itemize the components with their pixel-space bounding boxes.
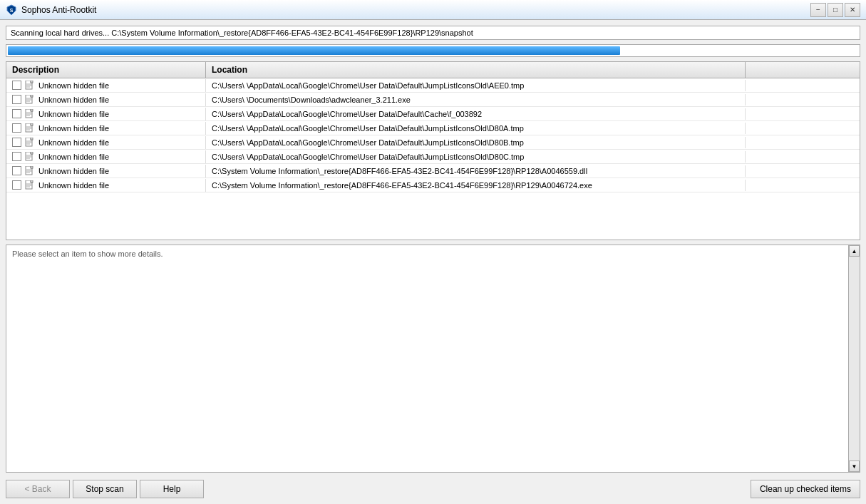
description-text: Unknown hidden file	[38, 153, 109, 161]
row-checkbox[interactable]	[12, 138, 21, 147]
table-cell-location: C:\Users\ \AppData\Local\Google\Chrome\U…	[206, 108, 746, 120]
results-area: Description Location Unknown hidden file…	[6, 61, 860, 240]
table-cell-description: Unknown hidden file	[6, 79, 206, 92]
title-bar: S Sophos Anti-Rootkit − □ ✕	[0, 0, 866, 20]
table-row[interactable]: Unknown hidden fileC:\Users\ \Documents\…	[6, 93, 860, 107]
minimize-button[interactable]: −	[810, 3, 826, 17]
description-text: Unknown hidden file	[38, 181, 109, 190]
btn-group-left: < Back Stop scan Help	[6, 480, 204, 498]
table-cell-extra	[746, 127, 860, 130]
table-cell-extra	[746, 98, 860, 101]
progress-container	[6, 44, 860, 57]
col-header-location: Location	[206, 62, 746, 78]
scroll-track	[849, 257, 860, 461]
table-cell-location: C:\Users\ \AppData\Local\Google\Chrome\U…	[206, 137, 746, 148]
details-placeholder: Please select an item to show more detai…	[12, 250, 163, 258]
svg-text:S: S	[10, 8, 14, 13]
description-text: Unknown hidden file	[38, 81, 109, 90]
row-checkbox[interactable]	[12, 180, 21, 190]
table-body: Unknown hidden fileC:\Users\ \AppData\Lo…	[6, 78, 860, 240]
svg-rect-46	[31, 180, 33, 182]
details-scrollbar: ▲ ▼	[848, 245, 860, 472]
table-row[interactable]: Unknown hidden fileC:\Users\ \AppData\Lo…	[6, 150, 860, 164]
table-row[interactable]: Unknown hidden fileC:\Users\ \AppData\Lo…	[6, 121, 860, 135]
file-icon	[24, 180, 36, 190]
table-cell-description: Unknown hidden file	[6, 108, 206, 120]
table-header: Description Location	[6, 62, 860, 78]
table-cell-extra	[746, 170, 860, 173]
svg-rect-34	[31, 152, 33, 154]
status-text: Scanning local hard drives... C:\System …	[11, 29, 473, 37]
file-icon	[24, 81, 36, 91]
cleanup-button[interactable]: Clean up checked items	[751, 480, 860, 498]
row-checkbox[interactable]	[12, 81, 21, 90]
title-bar-left: S Sophos Anti-Rootkit	[6, 4, 96, 16]
file-icon	[24, 95, 36, 105]
status-bar: Scanning local hard drives... C:\System …	[6, 26, 860, 40]
table-row[interactable]: Unknown hidden fileC:\Users\ \AppData\Lo…	[6, 135, 860, 150]
scroll-up-button[interactable]: ▲	[849, 245, 860, 257]
table-cell-description: Unknown hidden file	[6, 165, 206, 178]
table-cell-location: C:\Users\ \AppData\Local\Google\Chrome\U…	[206, 123, 746, 134]
file-icon	[24, 138, 36, 148]
table-row[interactable]: Unknown hidden fileC:\Users\ \AppData\Lo…	[6, 78, 860, 93]
table-cell-location: C:\Users\ \AppData\Local\Google\Chrome\U…	[206, 151, 746, 163]
svg-rect-22	[31, 123, 33, 125]
window-controls: − □ ✕	[810, 3, 860, 17]
progress-bar	[8, 46, 620, 55]
table-cell-description: Unknown hidden file	[6, 122, 206, 135]
row-checkbox[interactable]	[12, 95, 21, 104]
table-cell-location: C:\System Volume Information\_restore{AD…	[206, 180, 746, 191]
table-cell-location: C:\Users\ \Documents\Downloads\adwcleane…	[206, 94, 746, 106]
close-button[interactable]: ✕	[845, 3, 860, 17]
table-cell-location: C:\Users\ \AppData\Local\Google\Chrome\U…	[206, 80, 746, 91]
details-content: Please select an item to show more detai…	[6, 245, 860, 472]
stop-scan-button[interactable]: Stop scan	[73, 480, 137, 498]
window-title: Sophos Anti-Rootkit	[21, 5, 96, 15]
help-button[interactable]: Help	[140, 480, 204, 498]
table-cell-extra	[746, 155, 860, 158]
col-header-extra	[746, 62, 860, 78]
row-checkbox[interactable]	[12, 166, 21, 175]
svg-rect-40	[31, 166, 33, 168]
file-icon	[24, 152, 36, 162]
svg-rect-4	[31, 81, 33, 83]
svg-rect-28	[31, 138, 33, 140]
scroll-down-button[interactable]: ▼	[849, 461, 860, 472]
table-cell-description: Unknown hidden file	[6, 136, 206, 149]
description-text: Unknown hidden file	[38, 110, 109, 118]
row-checkbox[interactable]	[12, 109, 21, 118]
description-text: Unknown hidden file	[38, 96, 109, 104]
restore-button[interactable]: □	[828, 3, 843, 17]
button-bar: < Back Stop scan Help Clean up checked i…	[6, 477, 860, 498]
row-checkbox[interactable]	[12, 123, 21, 133]
table-cell-description: Unknown hidden file	[6, 93, 206, 106]
table-cell-description: Unknown hidden file	[6, 179, 206, 192]
row-checkbox[interactable]	[12, 152, 21, 161]
table-cell-description: Unknown hidden file	[6, 150, 206, 163]
details-panel: Please select an item to show more detai…	[6, 245, 860, 473]
back-button[interactable]: < Back	[6, 480, 70, 498]
description-text: Unknown hidden file	[38, 124, 109, 133]
col-header-description: Description	[6, 62, 206, 78]
table-cell-extra	[746, 141, 860, 144]
file-icon	[24, 123, 36, 133]
table-cell-extra	[746, 184, 860, 187]
file-icon	[24, 166, 36, 176]
app-icon: S	[6, 4, 17, 16]
description-text: Unknown hidden file	[38, 167, 109, 175]
table-cell-extra	[746, 84, 860, 87]
table-cell-extra	[746, 113, 860, 115]
main-window: Scanning local hard drives... C:\System …	[0, 20, 866, 504]
description-text: Unknown hidden file	[38, 138, 109, 147]
table-row[interactable]: Unknown hidden fileC:\Users\ \AppData\Lo…	[6, 107, 860, 121]
svg-rect-16	[31, 109, 33, 111]
file-icon	[24, 109, 36, 119]
table-row[interactable]: Unknown hidden fileC:\System Volume Info…	[6, 178, 860, 192]
table-cell-location: C:\System Volume Information\_restore{AD…	[206, 165, 746, 177]
svg-rect-10	[31, 95, 33, 97]
table-row[interactable]: Unknown hidden fileC:\System Volume Info…	[6, 164, 860, 178]
